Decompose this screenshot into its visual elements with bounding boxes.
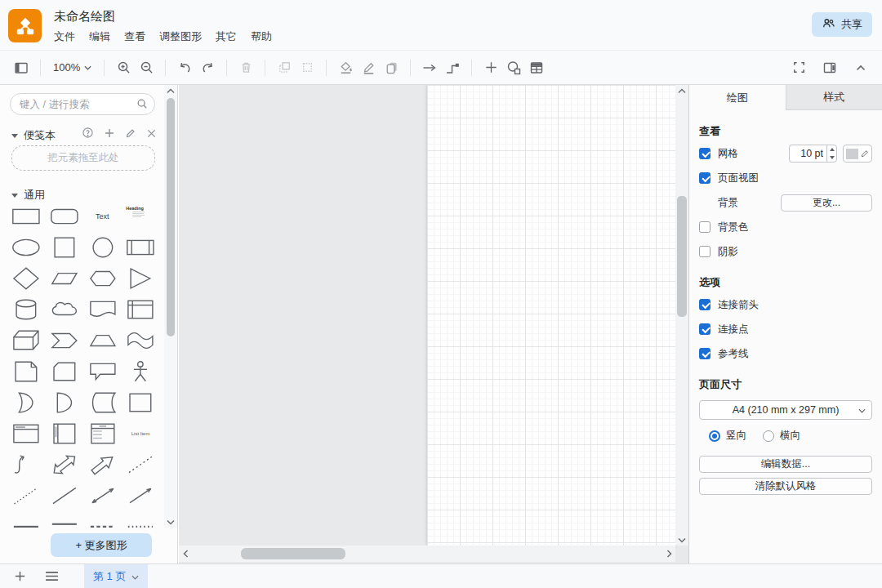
line-color-icon[interactable]: [357, 56, 380, 79]
shape-and[interactable]: [47, 390, 82, 415]
delete-icon[interactable]: [234, 56, 257, 79]
scroll-down-icon[interactable]: [164, 516, 177, 528]
general-section-header[interactable]: 通用: [11, 188, 45, 203]
shape-link[interactable]: [47, 514, 82, 528]
add-page-icon[interactable]: [7, 564, 32, 588]
page-size-select[interactable]: A4 (210 mm x 297 mm): [699, 400, 872, 420]
zoom-out-icon[interactable]: [135, 56, 158, 79]
scratchpad-section-header[interactable]: 便笺本: [11, 128, 56, 143]
shape-line[interactable]: [47, 483, 82, 508]
shape-directional-connector[interactable]: [123, 483, 158, 508]
shape-dotted-line[interactable]: [9, 483, 43, 508]
shape-tape[interactable]: [123, 328, 158, 353]
pages-menu-icon[interactable]: [39, 564, 64, 588]
tab-style[interactable]: 样式: [786, 85, 882, 110]
scrollbar-thumb[interactable]: [167, 98, 175, 336]
scroll-up-icon[interactable]: [164, 85, 177, 96]
shape-document[interactable]: [86, 297, 120, 322]
shape-container[interactable]: [123, 390, 158, 415]
document-title[interactable]: 未命名绘图: [54, 9, 115, 24]
background-color-checkbox[interactable]: 背景色: [699, 220, 749, 234]
shadow-checkbox[interactable]: 阴影: [699, 245, 738, 259]
shape-dotted-edge[interactable]: [123, 514, 158, 528]
page-view-checkbox[interactable]: 页面视图: [699, 172, 759, 185]
share-button[interactable]: 共享: [812, 12, 872, 37]
shape-list[interactable]: [86, 421, 120, 446]
stepper-up-icon[interactable]: [827, 145, 836, 154]
connection-arrow-icon[interactable]: [418, 56, 441, 79]
scratchpad-help-icon[interactable]: [82, 127, 93, 140]
shape-card[interactable]: [47, 359, 82, 384]
shape-rounded-rectangle[interactable]: [47, 204, 82, 229]
insert-icon[interactable]: [479, 56, 502, 79]
zoom-dropdown[interactable]: 100%: [48, 56, 96, 79]
shape-curve[interactable]: [9, 452, 43, 477]
menu-edit[interactable]: 编辑: [89, 29, 110, 44]
grid-color-button[interactable]: [843, 145, 872, 163]
menu-arrange[interactable]: 调整图形: [159, 29, 202, 44]
scratchpad-edit-icon[interactable]: [126, 128, 136, 140]
shape-or[interactable]: [9, 390, 43, 415]
scroll-up-icon[interactable]: [675, 85, 688, 96]
scroll-left-icon[interactable]: [179, 548, 192, 559]
shape-ellipse[interactable]: [9, 235, 43, 260]
edit-data-button[interactable]: 编辑数据...: [699, 456, 872, 473]
more-shapes-button[interactable]: + 更多图形: [51, 533, 152, 557]
shadow-icon[interactable]: [380, 56, 403, 79]
landscape-radio[interactable]: 横向: [763, 429, 800, 443]
scroll-right-icon[interactable]: [662, 548, 675, 559]
scrollbar-thumb[interactable]: [241, 548, 345, 559]
insert-table-icon[interactable]: [525, 56, 548, 79]
scratchpad-drop-zone[interactable]: 把元素拖至此处: [11, 145, 155, 171]
scrollbar-thumb[interactable]: [677, 196, 687, 317]
toggle-shapes-panel-icon[interactable]: [10, 56, 33, 79]
shape-arrow[interactable]: [86, 452, 120, 477]
menu-view[interactable]: 查看: [124, 29, 145, 44]
shape-text[interactable]: Text: [86, 204, 120, 229]
shape-dashed-line[interactable]: [123, 452, 158, 477]
shape-bidirectional-connector[interactable]: [86, 483, 120, 508]
toggle-format-panel-icon[interactable]: [818, 56, 841, 79]
shape-trapezoid[interactable]: [86, 328, 120, 353]
shape-parallelogram[interactable]: [47, 266, 82, 291]
shape-horizontal-line[interactable]: [9, 514, 43, 528]
clear-default-style-button[interactable]: 清除默认风格: [699, 478, 872, 495]
shape-circle[interactable]: [86, 235, 120, 260]
shape-vertical-container[interactable]: [47, 421, 82, 446]
tab-diagram[interactable]: 绘图: [689, 85, 786, 110]
zoom-in-icon[interactable]: [112, 56, 135, 79]
shape-internal-storage[interactable]: [123, 297, 158, 322]
waypoints-icon[interactable]: [441, 56, 464, 79]
shape-actor[interactable]: [123, 359, 158, 384]
guides-checkbox[interactable]: 参考线: [699, 347, 749, 361]
scratchpad-close-icon[interactable]: [147, 128, 156, 140]
shape-window[interactable]: [9, 421, 43, 446]
shape-process[interactable]: [123, 235, 158, 260]
scratchpad-add-icon[interactable]: [105, 128, 114, 140]
sidebar-scrollbar[interactable]: [164, 85, 177, 528]
page-tab[interactable]: 第 1 页: [84, 564, 148, 588]
undo-icon[interactable]: [173, 56, 196, 79]
fullscreen-icon[interactable]: [787, 56, 810, 79]
shape-bidirectional-arrow[interactable]: [47, 452, 82, 477]
connection-arrows-checkbox[interactable]: 连接箭头: [699, 298, 759, 312]
shape-callout[interactable]: [86, 359, 120, 384]
shape-cylinder[interactable]: [9, 297, 43, 322]
collapse-toolbar-icon[interactable]: [849, 56, 872, 79]
shape-data-storage[interactable]: [86, 390, 120, 415]
shape-hexagon[interactable]: [86, 266, 120, 291]
change-background-button[interactable]: 更改...: [781, 194, 872, 212]
shape-dashed-edge[interactable]: [86, 514, 120, 528]
fill-color-icon[interactable]: [334, 56, 357, 79]
to-front-icon[interactable]: [273, 56, 296, 79]
shape-square[interactable]: [47, 235, 82, 260]
shape-cube[interactable]: [9, 328, 43, 353]
insert-shape-icon[interactable]: [502, 56, 525, 79]
grid-checkbox[interactable]: 网格: [699, 147, 738, 161]
portrait-radio[interactable]: 竖向: [709, 429, 746, 443]
menu-file[interactable]: 文件: [54, 29, 75, 44]
grid-size-stepper[interactable]: [826, 145, 837, 163]
shape-step[interactable]: [47, 328, 82, 353]
canvas-vertical-scrollbar[interactable]: [675, 85, 688, 546]
shape-note[interactable]: [9, 359, 43, 384]
